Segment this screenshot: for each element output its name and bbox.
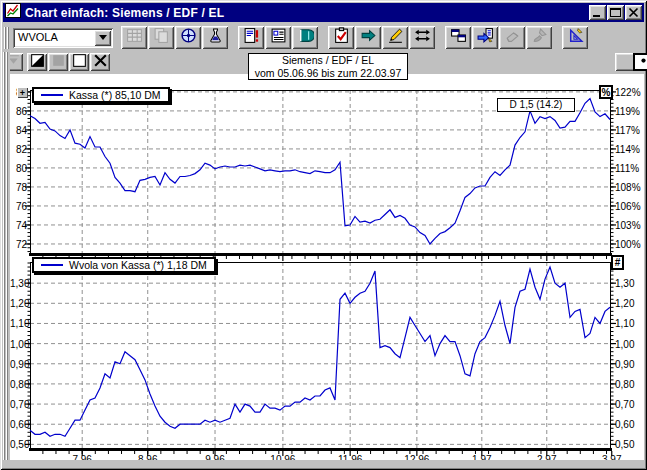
y-axis-label-left: 76 (10, 201, 27, 212)
y-axis-label-right: 0,80 (615, 379, 647, 390)
y-axis-label-right: 1,20 (615, 298, 647, 309)
legend-wvola-label: Wvola von Kassa (*) 1,18 DM (69, 259, 207, 271)
y-axis-label-right: 103% (615, 220, 647, 231)
line-sample-icon (41, 94, 63, 96)
diagonal-fill-button[interactable] (27, 53, 47, 71)
flask-icon (207, 27, 224, 48)
brush-icon (531, 27, 548, 48)
legend-kassa-label: Kassa (*) 85,10 DM (69, 89, 161, 101)
y-axis-label-left: 82 (10, 144, 27, 155)
windows-button[interactable] (445, 26, 471, 49)
arrow-list-icon (477, 27, 494, 48)
y-axis-label-left: 0,50 (10, 439, 27, 450)
app-icon (5, 3, 21, 22)
arrow-list-button[interactable] (472, 26, 498, 49)
main-toolbar: WVOLA (3, 24, 644, 51)
left-panel (3, 52, 10, 464)
doc-lines-button[interactable] (265, 26, 291, 49)
indicator-annotation: D 1,5 (14.2) (497, 98, 575, 112)
y-axis-label-left: 0,70 (10, 399, 27, 410)
clipboard-check-button[interactable] (328, 26, 354, 49)
title-bar[interactable]: Chart einfach: Siemens / EDF / EL (3, 3, 644, 22)
combo-value: WVOLA (13, 28, 94, 48)
diagonal-fill-icon (29, 52, 46, 73)
y-axis-label-right: 1,10 (615, 318, 647, 329)
y-axis-label-right: 1,30 (615, 278, 647, 289)
compass-button[interactable] (175, 26, 201, 49)
white-square-icon (71, 52, 88, 73)
combo-dropdown-button[interactable] (94, 30, 111, 46)
double-arrow-icon (414, 27, 431, 48)
zoom-corner-button[interactable]: + (17, 87, 28, 98)
y-axis-label-left: 0,60 (10, 419, 27, 430)
clipboard-check-icon (333, 27, 350, 48)
maximize-button[interactable] (607, 5, 624, 20)
y-axis-label-left: 1,10 (10, 318, 27, 329)
y-axis-label-left: 86 (10, 106, 27, 117)
percent-scale-button[interactable]: % (599, 85, 613, 99)
gray-square-icon (50, 52, 67, 73)
y-axis-label-right: 0,50 (615, 439, 647, 450)
doc-exclaim-icon (243, 27, 260, 48)
x-icon (92, 52, 109, 73)
chart-header-range: vom 05.06.96 bis zum 22.03.97 (249, 67, 407, 80)
y-axis-label-left: 78 (10, 182, 27, 193)
chevron-down-icon (99, 35, 107, 40)
y-axis-label-left: 1,30 (10, 278, 27, 289)
pencil-icon (387, 27, 404, 48)
y-axis-label-left: 1,20 (10, 298, 27, 309)
chart-header-box: Siemens / EDF / EL vom 05.06.96 bis zum … (248, 53, 408, 80)
chart-canvas[interactable]: Kassa (*) 85,10 DM Wvola von Kassa (*) 1… (10, 74, 644, 463)
grid-button (121, 26, 147, 49)
close-button[interactable] (625, 5, 642, 20)
y-axis-label-left: 84 (10, 125, 27, 136)
copy-button (148, 26, 174, 49)
windows-icon (450, 27, 467, 48)
window-title: Chart einfach: Siemens / EDF / EL (25, 6, 588, 20)
y-axis-label-right: 117% (615, 125, 647, 136)
book-button[interactable] (292, 26, 318, 49)
toolbar-separator (553, 37, 562, 38)
chart-header-title: Siemens / EDF / EL (249, 54, 407, 67)
eraser-icon (504, 27, 521, 48)
doc-exclaim-button[interactable] (238, 26, 264, 49)
compass-icon (180, 27, 197, 48)
set-square-icon (567, 27, 584, 48)
x-button[interactable] (90, 53, 110, 71)
doc-lines-icon (270, 27, 287, 48)
y-axis-label-right: 106% (615, 201, 647, 212)
series-kassa (30, 99, 610, 244)
minimize-button[interactable] (589, 5, 606, 20)
y-axis-label-right: 0,70 (615, 399, 647, 410)
toolbar-separator (229, 37, 238, 38)
y-axis-label-right: 0,90 (615, 359, 647, 370)
grid-icon (126, 27, 143, 48)
arrow-right-icon (360, 27, 377, 48)
bottom-panel (3, 460, 644, 467)
flask-button[interactable] (202, 26, 228, 49)
pencil-button[interactable] (382, 26, 408, 49)
y-axis-label-right: 0,60 (615, 419, 647, 430)
y-axis-label-left: 0,90 (10, 359, 27, 370)
y-axis-label-left: 80 (10, 163, 27, 174)
toolbar-grip[interactable] (4, 27, 11, 49)
y-axis-label-right: 122% (615, 87, 647, 98)
double-arrow-button[interactable] (409, 26, 435, 49)
app-window: Chart einfach: Siemens / EDF / EL WVOLA … (0, 0, 647, 470)
white-square-button[interactable] (69, 53, 89, 71)
y-axis-label-right: 111% (615, 163, 647, 174)
dot-button[interactable] (633, 53, 647, 71)
chart-plot-2[interactable] (10, 252, 644, 460)
indicator-combo[interactable]: WVOLA (13, 28, 113, 48)
toolbar-separator (319, 37, 328, 38)
toolbar-buttons (121, 26, 589, 49)
legend-kassa[interactable]: Kassa (*) 85,10 DM (32, 87, 170, 103)
value-scale-button[interactable]: # (611, 255, 624, 270)
y-axis-label-left: 0,80 (10, 379, 27, 390)
legend-wvola[interactable]: Wvola von Kassa (*) 1,18 DM (32, 257, 216, 273)
y-axis-label-left: 1,00 (10, 339, 27, 350)
y-axis-label-right: 100% (615, 239, 647, 250)
set-square-button[interactable] (562, 26, 588, 49)
arrow-right-button[interactable] (355, 26, 381, 49)
y-axis-label-right: 119% (615, 106, 647, 117)
